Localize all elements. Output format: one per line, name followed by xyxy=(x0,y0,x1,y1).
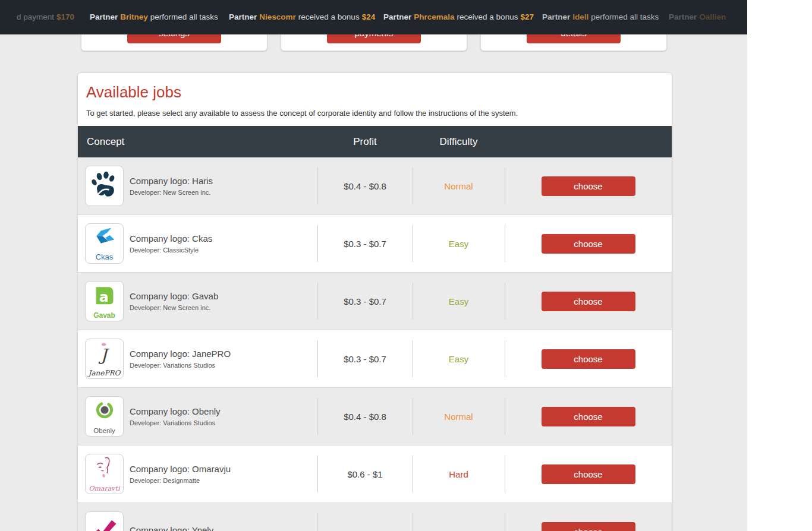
panel-subtitle: To get started, please select any availa… xyxy=(86,109,663,118)
choose-button[interactable]: choose xyxy=(542,292,635,311)
difficulty-cell: Normal xyxy=(413,157,505,214)
job-text: Company logo: Ypely xyxy=(130,525,213,531)
obenly-icon xyxy=(92,399,118,427)
job-text: Company logo: OmaravjuDeveloper: Designm… xyxy=(130,464,231,484)
company-logo: aGavab xyxy=(85,281,124,321)
profit-cell: $0.3 - $0.7 xyxy=(317,273,413,330)
difficulty-cell: Normal xyxy=(413,388,505,445)
job-row: CkasCompany logo: CkasDeveloper: Classic… xyxy=(78,215,672,273)
gavab-icon: a xyxy=(92,284,117,311)
concept-cell: Company logo: Ypely xyxy=(78,503,317,531)
choose-button[interactable]: choose xyxy=(542,464,635,484)
profit-cell xyxy=(317,503,413,531)
svg-text:J: J xyxy=(98,344,109,364)
job-name: Company logo: Ypely xyxy=(130,525,213,531)
choose-button[interactable]: choose xyxy=(542,349,635,369)
job-row: OmaravtiCompany logo: OmaravjuDeveloper:… xyxy=(78,445,672,503)
profit-cell: $0.3 - $0.7 xyxy=(317,215,413,272)
ticker-item: PartnerIdellperformed all tasks xyxy=(542,12,661,21)
job-developer: Developer: New Screen inc. xyxy=(130,304,218,311)
ticker-item: PartnerBritneyperformed all tasks xyxy=(90,12,221,21)
job-name: Company logo: Obenly xyxy=(130,406,221,416)
company-logo-caption: JanePRO xyxy=(89,369,121,377)
job-developer: Developer: Variations Studios xyxy=(130,419,221,426)
page-root: settings payments details d payment$170 … xyxy=(0,0,747,531)
job-row: aGavabCompany logo: GavabDeveloper: New … xyxy=(78,273,672,330)
choose-button[interactable]: choose xyxy=(542,234,635,254)
choose-button[interactable]: choose xyxy=(542,407,635,426)
company-logo-caption: Ckas xyxy=(96,253,114,261)
job-text: Company logo: HarisDeveloper: New Screen… xyxy=(130,176,213,196)
jobs-table-body: Company logo: HarisDeveloper: New Screen… xyxy=(78,157,672,531)
job-row: JJanePROCompany logo: JanePRODeveloper: … xyxy=(78,330,672,388)
company-logo-caption: Omaravti xyxy=(89,485,120,492)
ticker-item: d payment$170 xyxy=(17,12,77,21)
profit-cell: $0.3 - $0.7 xyxy=(317,330,413,387)
job-name: Company logo: Ckas xyxy=(130,233,212,244)
profit-cell: $0.4 - $0.8 xyxy=(317,157,413,214)
job-row: Company logo: Ypelychoose xyxy=(78,503,672,531)
choose-button[interactable]: choose xyxy=(542,522,635,531)
action-cell: choose xyxy=(505,273,672,330)
action-cell: choose xyxy=(505,388,672,445)
job-name: Company logo: Omaravju xyxy=(130,464,231,474)
difficulty-cell: Easy xyxy=(413,215,505,272)
company-logo-caption: Obenly xyxy=(93,428,115,435)
page-title: Available jobs xyxy=(86,83,663,102)
concept-cell: JJanePROCompany logo: JanePRODeveloper: … xyxy=(78,330,317,387)
job-developer: Developer: Designmatte xyxy=(130,477,231,484)
concept-cell: ObenlyCompany logo: ObenlyDeveloper: Var… xyxy=(78,388,317,445)
job-text: Company logo: GavabDeveloper: New Screen… xyxy=(130,291,218,311)
concept-cell: OmaravtiCompany logo: OmaravjuDeveloper:… xyxy=(78,445,317,502)
paw-icon xyxy=(89,169,120,203)
company-logo: JJanePRO xyxy=(85,339,124,379)
job-name: Company logo: JanePRO xyxy=(130,349,231,359)
svg-text:a: a xyxy=(99,288,108,305)
action-cell: choose xyxy=(505,503,672,531)
company-logo: Omaravti xyxy=(85,454,124,494)
difficulty-cell: Easy xyxy=(413,330,505,387)
profit-cell: $0.6 - $1 xyxy=(317,445,413,502)
column-header-profit: Profit xyxy=(317,136,413,148)
job-developer: Developer: New Screen inc. xyxy=(130,189,213,196)
job-text: Company logo: CkasDeveloper: ClassicStyl… xyxy=(130,233,212,254)
ticker-item: PartnerPhrcemalareceived a bonus$27 xyxy=(383,12,536,21)
action-cell: choose xyxy=(505,445,672,502)
job-row: ObenlyCompany logo: ObenlyDeveloper: Var… xyxy=(78,388,672,445)
job-developer: Developer: ClassicStyle xyxy=(130,246,212,254)
job-name: Company logo: Haris xyxy=(130,176,213,186)
janepro-icon: J xyxy=(92,342,117,369)
ticker-item: PartnerNiescomrreceived a bonus$24 xyxy=(229,12,377,21)
job-name: Company logo: Gavab xyxy=(130,291,218,301)
job-text: Company logo: ObenlyDeveloper: Variation… xyxy=(130,406,221,426)
action-cell: choose xyxy=(505,215,672,272)
concept-cell: Company logo: HarisDeveloper: New Screen… xyxy=(78,157,317,214)
panel-header: Available jobs To get started, please se… xyxy=(78,73,672,126)
ticker-item: PartnerOallien xyxy=(669,12,728,21)
job-developer: Developer: Variations Studios xyxy=(130,362,231,369)
column-header-difficulty: Difficulty xyxy=(413,136,505,148)
difficulty-cell xyxy=(413,503,505,531)
company-logo xyxy=(85,166,124,206)
column-header-concept: Concept xyxy=(78,136,317,148)
table-header: Concept Profit Difficulty xyxy=(78,126,672,157)
difficulty-cell: Hard xyxy=(413,445,505,502)
job-row: Company logo: HarisDeveloper: New Screen… xyxy=(78,157,672,215)
company-logo xyxy=(85,511,124,531)
concept-cell: aGavabCompany logo: GavabDeveloper: New … xyxy=(78,273,317,330)
job-text: Company logo: JanePRODeveloper: Variatio… xyxy=(130,349,231,369)
notification-ticker: d payment$170 PartnerBritneyperformed al… xyxy=(0,0,747,34)
action-cell: choose xyxy=(505,330,672,387)
company-logo: Ckas xyxy=(85,223,124,264)
difficulty-cell: Easy xyxy=(413,273,505,330)
concept-cell: CkasCompany logo: CkasDeveloper: Classic… xyxy=(78,215,317,272)
ypely-icon xyxy=(90,516,119,531)
company-logo: Obenly xyxy=(85,396,124,437)
profit-cell: $0.4 - $0.8 xyxy=(317,388,413,445)
choose-button[interactable]: choose xyxy=(542,176,635,196)
available-jobs-panel: Available jobs To get started, please se… xyxy=(77,72,672,531)
company-logo-caption: Gavab xyxy=(93,312,115,319)
omaravju-icon xyxy=(92,456,118,485)
action-cell: choose xyxy=(505,157,672,214)
ckas-icon xyxy=(93,226,117,252)
